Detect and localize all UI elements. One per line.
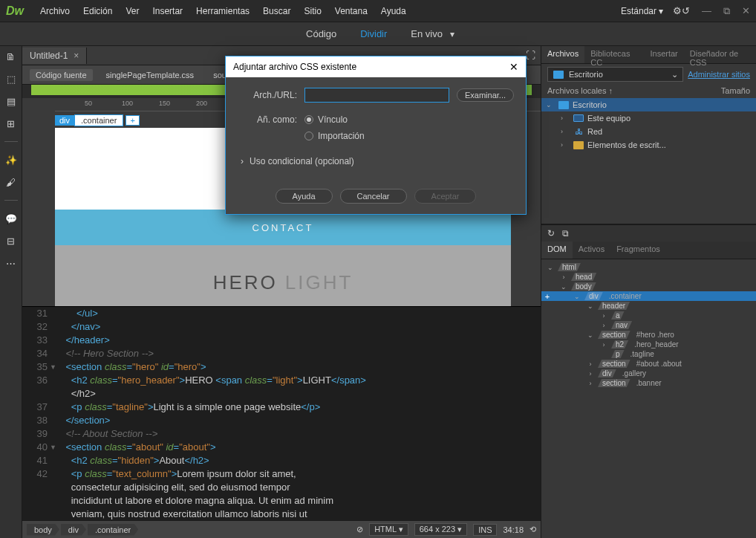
document-tab[interactable]: Untitled-1 × (22, 48, 87, 64)
breadcrumb-div[interactable]: div (61, 524, 86, 536)
chevron-down-icon: ▾ (659, 6, 663, 16)
breadcrumb-body[interactable]: body (27, 524, 59, 536)
tab-dom[interactable]: DOM (541, 242, 573, 259)
add-as-radio-group: Vínculo Importación (304, 114, 365, 141)
radio-link[interactable]: Vínculo (304, 114, 365, 125)
menu-insertar[interactable]: Insertar (146, 3, 189, 19)
error-icon[interactable]: ⊘ (356, 525, 363, 534)
dom-row[interactable]: ⌄html (541, 262, 756, 272)
chevron-right-icon: › (241, 156, 244, 166)
dom-row[interactable]: ⌄header (541, 301, 756, 311)
document-tab-label: Untitled-1 (30, 51, 68, 61)
minimize-button[interactable]: — (702, 5, 711, 17)
breadcrumb-container[interactable]: .container (88, 524, 138, 536)
workspace-dropdown[interactable]: Estándar▾ (616, 4, 668, 18)
menu-ventana[interactable]: Ventana (329, 3, 374, 19)
dom-row[interactable]: ›head (541, 272, 756, 282)
collapse-all-icon[interactable]: ⧉ (562, 228, 569, 239)
source-code-tab[interactable]: Código fuente (30, 69, 93, 81)
menu-herramientas[interactable]: Herramientas (190, 3, 255, 19)
css-file-tab[interactable]: singlePageTemplate.css (100, 69, 201, 81)
dom-row[interactable]: +⌄div.container (541, 291, 756, 301)
refresh-icon[interactable]: ↻ (547, 228, 555, 239)
attach-css-dialog: Adjuntar archivo CSS existente ✕ Arch./U… (225, 56, 527, 215)
help-button[interactable]: Ayuda (276, 189, 333, 204)
dom-panel: ↻ ⧉ DOM Activos Fragmentos ⌄html›head⌄bo… (541, 224, 756, 538)
site-dropdown[interactable]: Escritorio ⌄ (547, 67, 683, 82)
maximize-button[interactable]: ⧉ (723, 5, 730, 17)
close-button[interactable]: ✕ (742, 5, 750, 17)
wand-icon[interactable]: ✨ (5, 154, 17, 166)
tab-archivos[interactable]: Archivos (541, 46, 584, 63)
tab-insertar[interactable]: Insertar (644, 46, 683, 63)
sync-icon[interactable]: ⟲ (529, 525, 536, 534)
tab-activos[interactable]: Activos (573, 242, 610, 259)
selected-tag[interactable]: div (55, 115, 74, 126)
file-icon[interactable]: 🗎 (5, 51, 17, 62)
comment-icon[interactable]: 💬 (5, 213, 17, 224)
manage-sites-icon[interactable]: ⬚ (5, 73, 17, 85)
menu-ayuda[interactable]: Ayuda (375, 3, 412, 19)
tab-bibliotecas[interactable]: Bibliotecas CC (584, 46, 644, 63)
view-live-dropdown[interactable]: En vivo▾ (406, 25, 454, 42)
cancel-button[interactable]: Cancelar (340, 189, 407, 204)
sync-settings-icon[interactable]: ⚙↺ (675, 5, 687, 17)
dialog-titlebar[interactable]: Adjuntar archivo CSS existente ✕ (226, 56, 526, 77)
language-selector[interactable]: HTML ▾ (369, 523, 408, 536)
tree-row[interactable]: ›Este equipo (541, 111, 756, 125)
tree-row[interactable]: ⌄Escritorio (541, 98, 756, 111)
element-selector-badge: div .container + (55, 114, 140, 126)
collapse-icon[interactable]: ⊟ (5, 235, 17, 247)
tab-fragmentos[interactable]: Fragmentos (610, 242, 666, 259)
brush-icon[interactable]: 🖌 (5, 176, 17, 188)
manage-sites-link[interactable]: Administrar sitios (688, 70, 750, 79)
more-icon[interactable]: ⋯ (5, 257, 17, 269)
left-toolbar: 🗎 ⬚ ▤ ⊞ ✨ 🖌 💬 ⊟ ⋯ (0, 46, 22, 538)
conditional-use-toggle[interactable]: › Uso condicional (opcional) (238, 153, 514, 175)
tree-row[interactable]: ›🖧Red (541, 125, 756, 138)
expand-icon[interactable]: ⊞ (5, 117, 17, 129)
menu-archivo[interactable]: Archivo (34, 3, 76, 19)
insert-mode[interactable]: INS (473, 524, 497, 536)
window-controls: — ⧉ ✕ (702, 5, 750, 17)
menu-ver[interactable]: Ver (120, 3, 145, 19)
view-code[interactable]: Código (302, 25, 341, 42)
dom-row[interactable]: ›a (541, 311, 756, 320)
code-editor[interactable]: 31 </ul>32 </nav>33 </header>34 <!-- Her… (22, 306, 541, 520)
menu-sitio[interactable]: Sitio (298, 3, 327, 19)
dom-row[interactable]: ⌄body (541, 282, 756, 291)
dom-row[interactable]: ›section#about .about (541, 359, 756, 369)
add-selector-button[interactable]: + (126, 115, 139, 126)
files-columns: Archivos locales↑ Tamaño (541, 85, 756, 97)
accept-button[interactable]: Aceptar (414, 189, 477, 204)
folder-icon (553, 71, 564, 79)
dialog-body: Arch./URL: Examinar... Añ. como: Vínculo… (226, 77, 526, 183)
dom-row[interactable]: ›section.banner (541, 378, 756, 388)
separator (4, 200, 18, 201)
tree-row[interactable]: ›Elementos de escrit... (541, 138, 756, 152)
menu-edicion[interactable]: Edición (77, 3, 118, 19)
dom-row[interactable]: ›div.gallery (541, 369, 756, 378)
dom-row[interactable]: ⌄section#hero .hero (541, 330, 756, 340)
dimensions-display[interactable]: 664 x 223 ▾ (414, 523, 467, 536)
view-split[interactable]: Dividir (356, 25, 391, 42)
tab-close-icon[interactable]: × (74, 51, 79, 61)
show-hidden-icon[interactable]: ▤ (5, 95, 17, 107)
top-right-controls: Estándar▾ ⚙↺ — ⧉ ✕ (616, 4, 750, 18)
menu-buscar[interactable]: Buscar (257, 3, 296, 19)
dom-add-button[interactable]: + (541, 292, 553, 301)
browse-button[interactable]: Examinar... (457, 88, 514, 102)
selected-class[interactable]: .container (74, 114, 123, 126)
preview-contact-section: CONTACT (55, 210, 511, 245)
view-switcher: Código Dividir En vivo▾ (0, 22, 756, 46)
files-panel: Archivos Bibliotecas CC Insertar Diseñad… (541, 46, 756, 224)
dialog-close-button[interactable]: ✕ (509, 61, 518, 73)
dom-row[interactable]: ›nav (541, 320, 756, 330)
file-url-input[interactable] (304, 88, 449, 103)
dom-row[interactable]: ›h2.hero_header (541, 340, 756, 349)
tab-css-designer[interactable]: Diseñador de CSS (684, 46, 756, 63)
dom-row[interactable]: p.tagline (541, 349, 756, 359)
files-panel-tabs: Archivos Bibliotecas CC Insertar Diseñad… (541, 46, 756, 64)
radio-import[interactable]: Importación (304, 131, 365, 141)
files-tree: ⌄Escritorio›Este equipo›🖧Red›Elementos d… (541, 97, 756, 224)
